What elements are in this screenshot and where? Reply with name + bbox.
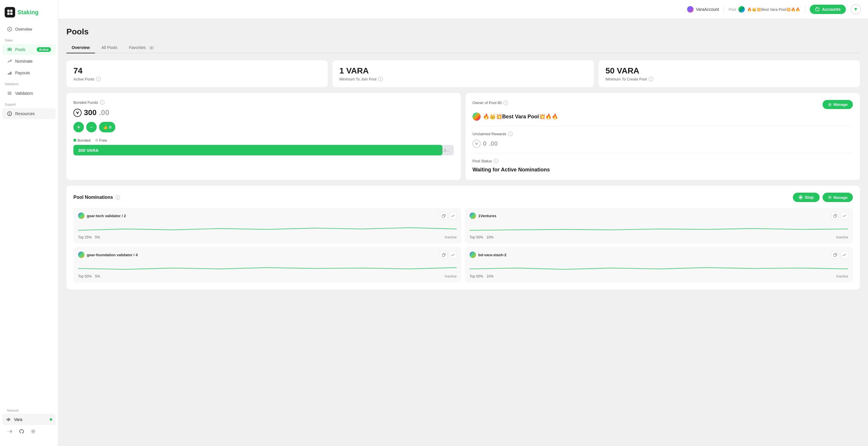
claim-button[interactable]: 👍 0	[99, 122, 115, 132]
svg-rect-3	[10, 12, 12, 15]
progress-section: Bonded Free 300 VARA 11.3...	[73, 138, 454, 155]
manage-nominations-label: Manage	[834, 195, 847, 200]
network-selector[interactable]: Vara	[2, 414, 56, 425]
header-pool-info: Pool 🔥👑💥Best Vara Pool💥🔥🔥	[728, 6, 800, 12]
unclaimed-rewards-info-icon[interactable]: i	[508, 131, 513, 136]
pool-status-info-icon[interactable]: i	[494, 158, 498, 163]
nominations-header: Pool Nominations i Stop Manage	[73, 193, 853, 202]
unbond-button[interactable]: -	[86, 122, 97, 132]
tab-overview-label: Overview	[72, 45, 90, 50]
nomination-copy-btn-gear-foundation[interactable]	[440, 251, 447, 259]
app-name: Staking	[18, 9, 38, 16]
bonded-funds-panel: Bonded Funds i 300.00 + - 👍 0	[66, 93, 461, 180]
accounts-button[interactable]: Accounts	[810, 5, 846, 14]
arrow-icon[interactable]	[6, 427, 14, 436]
nomination-chart-gear-foundation	[78, 262, 457, 272]
pool-display-icon	[472, 113, 480, 121]
svg-point-7	[10, 48, 11, 50]
pool-name-display: 🔥👑💥Best Vara Pool💥🔥🔥	[472, 113, 853, 121]
nominations-title: Pool Nominations i	[73, 195, 120, 200]
bond-more-button[interactable]: +	[73, 122, 84, 132]
min-join-value: 1 VARA	[339, 66, 587, 76]
sidebar-item-payouts[interactable]: Payouts	[2, 67, 56, 79]
bonded-funds-title: Bonded Funds i	[73, 100, 454, 105]
nomination-chart-1ventures	[469, 222, 848, 233]
sidebar-item-overview[interactable]: Overview	[2, 24, 56, 35]
pool-name-text: 🔥👑💥Best Vara Pool💥🔥🔥	[483, 113, 558, 120]
stats-row: 74 Active Pools i 1 VARA Minimum To Join…	[66, 60, 860, 87]
nomination-status-gear-foundation: Inactive	[445, 274, 457, 278]
nomination-copy-btn-gear-tech[interactable]	[440, 212, 447, 219]
min-create-value: 50 VARA	[606, 66, 853, 76]
pools-badge: Active	[37, 47, 51, 52]
pool-icon	[738, 6, 745, 12]
min-create-label: Minimum To Create Pool i	[606, 77, 853, 81]
unclaimed-value: 0	[483, 140, 487, 148]
nominations-info-icon[interactable]: i	[115, 195, 120, 200]
unclaimed-amount: 0.00	[472, 140, 853, 148]
nomination-chart-btn-gear-foundation[interactable]	[449, 251, 457, 259]
nomination-status-1ventures: Inactive	[836, 235, 848, 239]
wallet-button[interactable]: ▼	[850, 4, 861, 14]
stop-button-label: Stop	[805, 195, 813, 200]
nomination-chart-btn-1ventures[interactable]	[841, 212, 848, 219]
sidebar-item-payouts-label: Payouts	[15, 70, 30, 75]
svg-rect-26	[442, 215, 444, 217]
nominations-section: Pool Nominations i Stop Manage	[66, 186, 860, 290]
bonded-funds-info-icon[interactable]: i	[100, 100, 104, 105]
page-title: Pools	[66, 27, 860, 36]
account-name: VaraAccount	[696, 7, 719, 12]
sidebar-item-nominate-label: Nominate	[15, 59, 33, 64]
sidebar-item-pools[interactable]: Pools Active	[2, 44, 56, 55]
sidebar-item-nominate[interactable]: Nominate	[2, 56, 56, 67]
stop-nominations-button[interactable]: Stop	[793, 193, 819, 202]
tab-favorites[interactable]: Favorites 0	[124, 42, 160, 53]
nomination-name-text-1ventures: 1Ventures	[478, 214, 496, 218]
manage-pool-button[interactable]: Manage	[823, 100, 853, 109]
action-buttons: + - 👍 0	[73, 122, 454, 132]
nomination-card-gear-foundation: gear-foundation validator / 4 Top 50% 5%…	[73, 247, 461, 283]
sidebar-item-validators[interactable]: Validators	[2, 88, 56, 99]
validators-icon	[7, 91, 12, 96]
tab-all-pools[interactable]: All Pools	[96, 42, 122, 53]
nomination-copy-btn-bd-vara-stash-2[interactable]	[831, 251, 839, 259]
overview-icon	[7, 27, 12, 32]
pool-name-header: 🔥👑💥Best Vara Pool💥🔥🔥	[747, 7, 800, 12]
network-label: Vara	[14, 417, 23, 422]
pool-label: Pool	[728, 7, 736, 12]
active-pools-info-icon[interactable]: i	[96, 77, 101, 81]
github-icon[interactable]	[18, 427, 26, 436]
account-avatar	[687, 6, 693, 12]
min-create-info-icon[interactable]: i	[649, 77, 653, 81]
svg-rect-29	[834, 254, 836, 257]
sidebar-item-resources[interactable]: Resources	[2, 108, 56, 119]
min-join-info-icon[interactable]: i	[378, 77, 383, 81]
settings-icon[interactable]	[29, 427, 37, 436]
network-connected-dot	[50, 418, 52, 421]
validators-section-label: Validators	[0, 79, 58, 87]
progress-bar-fill: 300 VARA	[73, 145, 442, 155]
nominations-grid: gear-tech validator / 2 Top 25% 5% Inact…	[73, 208, 853, 283]
nomination-actions-bd-vara-stash-2	[831, 251, 848, 259]
header: VaraAccount Pool 🔥👑💥Best Vara Pool💥🔥🔥 Ac…	[58, 0, 868, 19]
svg-point-5	[9, 29, 10, 30]
sidebar: Staking Overview Stake Pools Active Nomi…	[0, 0, 58, 446]
manage-nominations-button[interactable]: Manage	[823, 193, 853, 202]
nomination-copy-btn-1ventures[interactable]	[831, 212, 839, 219]
unclaimed-vara-icon	[472, 140, 480, 148]
nomination-meta-gear-foundation: Top 50% 5% Inactive	[78, 274, 457, 278]
pool-owner-info-icon[interactable]: i	[503, 100, 508, 105]
nomination-header-bd-vara-stash-2: bd-vara-stash-2	[469, 251, 848, 259]
thumbs-icon: 👍	[103, 125, 108, 129]
nomination-chart-btn-gear-tech[interactable]	[449, 212, 457, 219]
unclaimed-rewards-section: Unclaimed Rewards i 0.00	[472, 126, 853, 148]
nomination-chart-btn-bd-vara-stash-2[interactable]	[841, 251, 848, 259]
nomination-header-gear-foundation: gear-foundation validator / 4	[78, 251, 457, 259]
svg-rect-2	[7, 12, 10, 15]
nomination-meta-bd-vara-stash-2: Top 50% 10% Inactive	[469, 274, 848, 278]
progress-labels: Bonded Free	[73, 138, 454, 143]
logo-icon	[5, 7, 15, 18]
stake-section-label: Stake	[0, 35, 58, 44]
pool-owner-title: Owner of Pool 80 i	[472, 100, 508, 105]
tab-overview[interactable]: Overview	[66, 42, 95, 53]
